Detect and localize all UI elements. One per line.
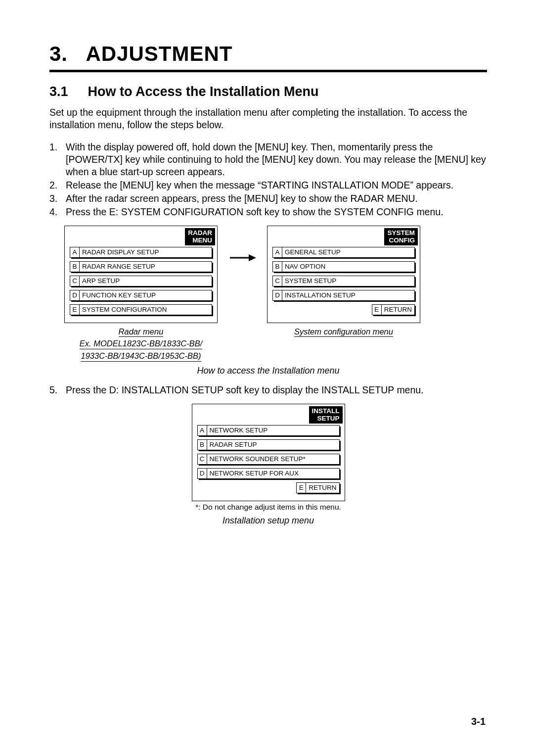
step-4: 4.Press the E: SYSTEM CONFIGURATION soft… [49,206,487,218]
chapter-title: 3. ADJUSTMENT [49,42,487,66]
figure-1-caption: How to access the Installation menu [49,366,487,376]
menus-row: RADAR MENU ARADAR DISPLAY SETUP BRADAR R… [64,226,487,362]
system-config-caption-block: System configuration menu [267,325,420,337]
syscfg-item-d: DINSTALLATION SETUP [272,290,415,301]
syscfg-item-b: BNAV OPTION [272,261,415,272]
syscfg-item-c: CSYSTEM SETUP [272,276,415,286]
radar-menu-item-b: BRADAR RANGE SETUP [70,261,212,272]
install-item-a: ANETWORK SETUP [197,425,340,436]
section-heading: 3.1 How to Access the Installation Menu [49,84,487,99]
steps-list-2: 5.Press the D: INSTALLATION SETUP soft k… [49,384,487,396]
steps-list: 1.With the display powered off, hold dow… [49,141,487,218]
radar-menu-caption-3: 1933C-BB/1943C-BB/1953C-BB) [81,351,201,362]
section-number: 3.1 [49,84,84,99]
radar-menu-column: RADAR MENU ARADAR DISPLAY SETUP BRADAR R… [64,226,218,362]
section-title: How to Access the Installation Menu [88,84,319,99]
install-item-d: DNETWORK SETUP FOR AUX [197,468,340,479]
step-5: 5.Press the D: INSTALLATION SETUP soft k… [49,384,487,396]
step-3: 3.After the radar screen appears, press … [49,192,487,205]
system-config-caption: System configuration menu [294,327,393,337]
radar-menu-panel: RADAR MENU ARADAR DISPLAY SETUP BRADAR R… [64,226,218,323]
footnote: *: Do not change adjust items in this me… [49,503,487,512]
radar-menu-item-c: CARP SETUP [70,276,212,286]
install-item-b: BRADAR SETUP [197,439,340,450]
radar-menu-caption-2: Ex. MODEL1823C-BB/1833C-BB/ [80,339,203,349]
chapter-name: ADJUSTMENT [86,42,232,65]
chapter-rule [49,70,487,72]
page-number: 3-1 [471,716,486,727]
install-setup-panel: INSTALL SETUP ANETWORK SETUP BRADAR SETU… [192,404,345,501]
syscfg-item-a: AGENERAL SETUP [272,247,415,258]
system-config-title: SYSTEM CONFIG [384,228,418,245]
step-1: 1.With the display powered off, hold dow… [49,141,487,178]
svg-marker-1 [249,254,256,261]
system-config-panel: SYSTEM CONFIG AGENERAL SETUP BNAV OPTION… [267,226,420,323]
install-setup-wrap: INSTALL SETUP ANETWORK SETUP BRADAR SETU… [49,404,487,501]
figure-2-caption: Installation setup menu [49,516,487,526]
radar-menu-caption-block: Radar menu Ex. MODEL1823C-BB/1833C-BB/ 1… [64,325,218,362]
install-setup-title: INSTALL SETUP [309,406,343,424]
intro-paragraph: Set up the equipment through the install… [49,106,487,131]
step-2: 2.Release the [MENU] key when the messag… [49,179,487,191]
radar-menu-item-d: DFUNCTION KEY SETUP [70,290,212,301]
system-config-column: SYSTEM CONFIG AGENERAL SETUP BNAV OPTION… [267,226,420,337]
right-arrow-icon [229,253,256,263]
radar-menu-item-a: ARADAR DISPLAY SETUP [70,247,212,258]
radar-menu-caption-1: Radar menu [119,327,164,337]
syscfg-return: ERETURN [272,304,415,315]
arrow-between-menus [218,226,267,263]
chapter-number: 3. [49,42,68,65]
radar-menu-item-e: ESYSTEM CONFIGURATION [70,304,212,315]
install-return: ERETURN [197,482,340,493]
radar-menu-title: RADAR MENU [185,228,215,245]
install-item-c: CNETWORK SOUNDER SETUP* [197,454,340,465]
